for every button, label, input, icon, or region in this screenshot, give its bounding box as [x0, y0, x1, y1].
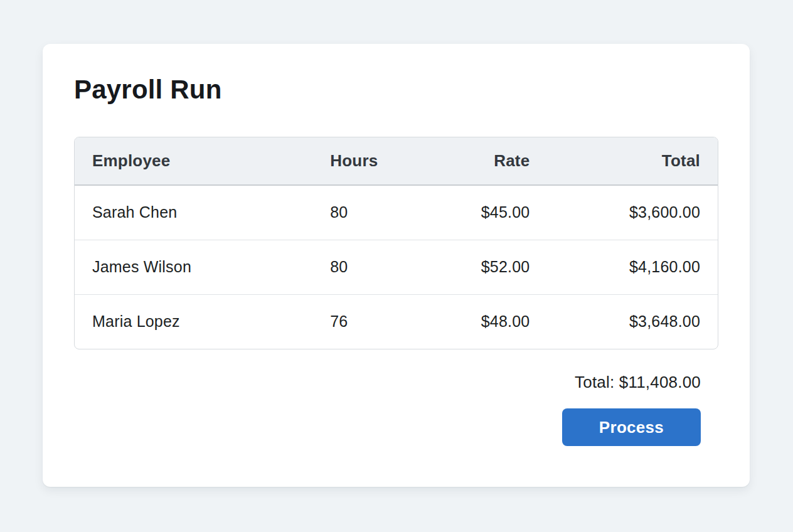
- rate-cell: $45.00: [428, 185, 548, 240]
- footer-actions: Total: $11,408.00 Process: [74, 349, 718, 446]
- total-value: $11,408.00: [619, 373, 701, 391]
- column-header-employee: Employee: [75, 137, 312, 185]
- payroll-card: Payroll Run Employee Hours Rate Total Sa…: [43, 44, 750, 487]
- hours-cell: 80: [312, 185, 428, 240]
- total-cell: $3,600.00: [547, 185, 718, 240]
- table-row: Sarah Chen 80 $45.00 $3,600.00: [75, 185, 718, 240]
- hours-cell: 76: [312, 294, 428, 349]
- employee-cell: Maria Lopez: [75, 294, 312, 349]
- total-cell: $4,160.00: [547, 240, 718, 294]
- total-label: Total:: [575, 373, 614, 391]
- total-cell: $3,648.00: [547, 294, 718, 349]
- column-header-total: Total: [547, 137, 718, 185]
- column-header-rate: Rate: [428, 137, 548, 185]
- hours-cell: 80: [312, 240, 428, 294]
- process-button[interactable]: Process: [562, 408, 701, 446]
- table-row: James Wilson 80 $52.00 $4,160.00: [75, 240, 718, 294]
- employee-cell: James Wilson: [75, 240, 312, 294]
- column-header-hours: Hours: [312, 137, 428, 185]
- total-summary: Total: $11,408.00: [575, 373, 701, 392]
- rate-cell: $52.00: [428, 240, 548, 294]
- table-row: Maria Lopez 76 $48.00 $3,648.00: [75, 294, 718, 349]
- rate-cell: $48.00: [428, 294, 548, 349]
- payroll-table: Employee Hours Rate Total Sarah Chen 80 …: [75, 137, 718, 349]
- payroll-table-container: Employee Hours Rate Total Sarah Chen 80 …: [74, 137, 718, 349]
- page-title: Payroll Run: [74, 74, 718, 105]
- employee-cell: Sarah Chen: [75, 185, 312, 240]
- table-header-row: Employee Hours Rate Total: [75, 137, 718, 185]
